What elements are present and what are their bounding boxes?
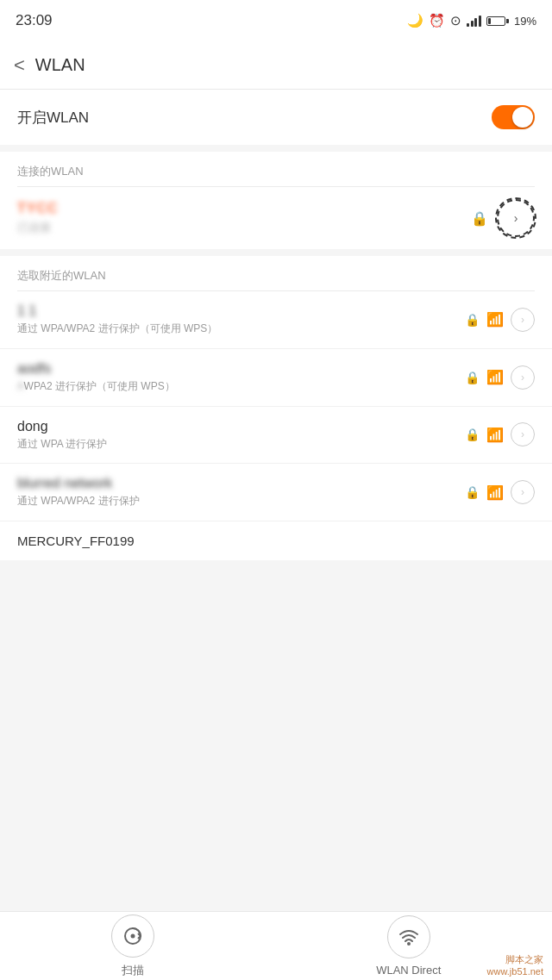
nearby-network-name-4: blurred network — [17, 476, 456, 491]
scan-icon — [122, 925, 144, 947]
network-detail-btn-1[interactable]: › — [511, 308, 535, 332]
nearby-section: 选取附近的WLAN 1 1 通过 WPA/WPA2 进行保护（可使用 WPS） … — [0, 256, 552, 560]
lock-icon-2: 🔒 — [465, 371, 480, 384]
status-time: 23:09 — [16, 12, 53, 29]
wlan-toggle-switch[interactable] — [492, 105, 535, 129]
nearby-network-name-2: aodfs — [17, 361, 456, 377]
chevron-icon-4: › — [521, 486, 524, 498]
chevron-icon-3: › — [521, 428, 524, 440]
lock-icon-1: 🔒 — [465, 313, 480, 327]
nearby-icons-4: 🔒 📶 › — [465, 480, 535, 504]
nearby-network-info-3: dong 通过 WPA 进行保护 — [17, 419, 465, 452]
main-content: 开启WLAN 连接的WLAN TYCC 已连接 🔒 › — [0, 90, 552, 911]
wifi-icon-1: 📶 — [486, 311, 504, 328]
battery-percentage: 19% — [514, 15, 536, 28]
nearby-icons-3: 🔒 📶 › — [465, 422, 535, 446]
wlan-direct-icon — [398, 926, 420, 948]
wifi-status-icon: ⊙ — [450, 13, 461, 28]
nearby-icons-2: 🔒 📶 › — [465, 365, 535, 390]
page-title: WLAN — [35, 55, 85, 75]
nearby-network-info-5: MERCURY_FF0199 — [17, 534, 135, 548]
chevron-right-icon: › — [514, 211, 518, 225]
wlan-direct-label: WLAN Direct — [376, 964, 441, 977]
watermark: 脚本之家 www.jb51.net — [487, 953, 543, 977]
scan-icon-circle — [111, 914, 154, 958]
nearby-section-label: 选取附近的WLAN — [0, 256, 552, 290]
bottom-bar: 扫描 WLAN Direct 脚本之家 www.jb51.net — [0, 911, 552, 980]
moon-icon: 🌙 — [407, 13, 423, 28]
connected-network-name: TYCC — [17, 201, 471, 216]
wlan-toggle-label: 开启WLAN — [17, 108, 89, 128]
wifi-icon-4: 📶 — [486, 484, 504, 501]
nearby-network-item-2[interactable]: aodfs AWPA2 进行保护（可使用 WPS） 🔒 📶 › — [0, 349, 552, 407]
chevron-icon-1: › — [521, 314, 524, 326]
network-detail-btn-4[interactable]: › — [511, 480, 535, 504]
lock-icon: 🔒 — [471, 210, 488, 227]
status-bar: 23:09 🌙 ⏰ ⊙ 19% — [0, 0, 552, 41]
alarm-icon: ⏰ — [429, 13, 445, 28]
nearby-network-desc-3: 通过 WPA 进行保护 — [17, 437, 456, 452]
nearby-network-name-5: MERCURY_FF0199 — [17, 534, 135, 548]
scan-label: 扫描 — [122, 963, 144, 978]
nearby-network-desc-2: AWPA2 进行保护（可使用 WPS） — [17, 379, 456, 394]
nearby-network-item-3[interactable]: dong 通过 WPA 进行保护 🔒 📶 › — [0, 407, 552, 465]
svg-point-1 — [130, 933, 135, 938]
toggle-knob — [512, 107, 533, 128]
lock-icon-4: 🔒 — [465, 485, 480, 499]
nearby-network-name-1: 1 1 — [17, 303, 456, 319]
nearby-network-item-5[interactable]: MERCURY_FF0199 — [0, 521, 552, 560]
signal-bars — [467, 15, 481, 27]
status-icons: 🌙 ⏰ ⊙ 19% — [407, 13, 536, 28]
nearby-network-item-4[interactable]: blurred network 通过 WPA/WPA2 进行保护 🔒 📶 › — [0, 464, 552, 521]
network-detail-button[interactable]: › — [497, 199, 535, 237]
lock-icon-3: 🔒 — [465, 428, 480, 441]
wifi-icon-2: 📶 — [486, 369, 504, 385]
back-button[interactable]: < — [14, 54, 25, 77]
nearby-network-info-2: aodfs AWPA2 进行保护（可使用 WPS） — [17, 361, 465, 394]
network-detail-btn-3[interactable]: › — [511, 422, 535, 446]
wlan-toggle-row: 开启WLAN — [0, 90, 552, 145]
connected-icons: 🔒 › — [471, 199, 535, 237]
scan-button[interactable]: 扫描 — [111, 914, 154, 978]
connected-network-status: 已连接 — [17, 220, 471, 235]
wifi-icon-3: 📶 — [486, 427, 504, 443]
connected-network-item[interactable]: TYCC 已连接 🔒 › — [0, 187, 552, 249]
nearby-network-info-1: 1 1 通过 WPA/WPA2 进行保护（可使用 WPS） — [17, 303, 465, 336]
connected-section-label: 连接的WLAN — [0, 152, 552, 186]
nearby-network-item-1[interactable]: 1 1 通过 WPA/WPA2 进行保护（可使用 WPS） 🔒 📶 › — [0, 291, 552, 349]
connected-info: TYCC 已连接 — [17, 201, 471, 235]
battery-icon — [486, 16, 509, 26]
svg-point-2 — [407, 942, 411, 946]
wlan-direct-icon-circle — [387, 915, 430, 958]
nearby-icons-1: 🔒 📶 › — [465, 308, 535, 332]
nearby-network-desc-4: 通过 WPA/WPA2 进行保护 — [17, 494, 456, 509]
back-icon: < — [14, 54, 25, 77]
wlan-direct-button[interactable]: WLAN Direct — [376, 915, 441, 977]
nearby-network-name-3: dong — [17, 419, 456, 434]
nearby-network-desc-1: 通过 WPA/WPA2 进行保护（可使用 WPS） — [17, 321, 456, 336]
page-header: < WLAN — [0, 41, 552, 90]
network-detail-btn-2[interactable]: › — [511, 365, 535, 390]
connected-section: 连接的WLAN TYCC 已连接 🔒 › — [0, 152, 552, 249]
nearby-network-info-4: blurred network 通过 WPA/WPA2 进行保护 — [17, 476, 465, 509]
chevron-icon-2: › — [521, 371, 524, 384]
